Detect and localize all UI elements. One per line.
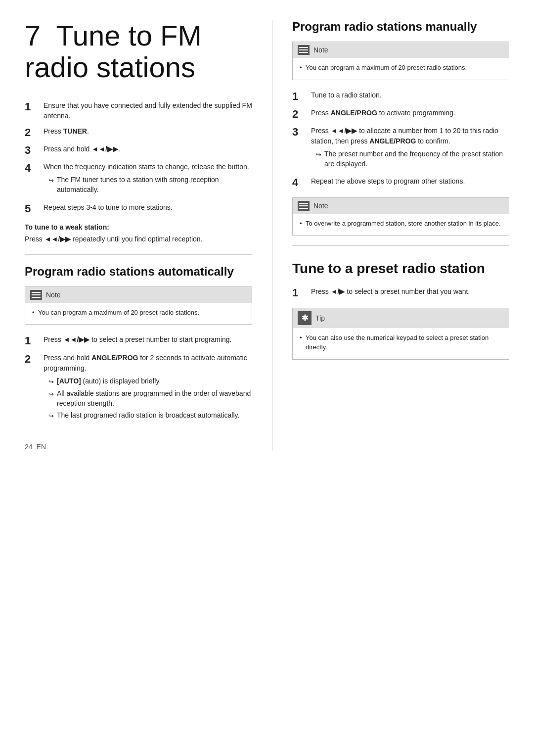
auto-note-body: You can program a maximum of 20 preset r… xyxy=(25,303,252,325)
manual-note-header-2: Note xyxy=(293,198,509,214)
tip-body: You can also use the numerical keypad to… xyxy=(293,328,509,359)
note-icon-manual-2 xyxy=(298,201,310,211)
preset-section-title: Tune to a preset radio station xyxy=(292,261,509,277)
tip-box: ✱ Tip You can also use the numerical key… xyxy=(292,308,509,360)
tip-header: ✱ Tip xyxy=(293,308,509,328)
tune-steps-list: 1 Ensure that you have connected and ful… xyxy=(25,100,252,215)
manual-note-box-2: Note To overwrite a programmed station, … xyxy=(292,197,509,236)
weak-station-label: To tune to a weak station: xyxy=(25,223,252,231)
left-column: 7 Tune to FM radio stations 1 Ensure tha… xyxy=(25,20,252,451)
auto-note-box: Note You can program a maximum of 20 pre… xyxy=(25,286,252,325)
tune-step-3: 3 Press and hold ◄◄/▶▶. xyxy=(25,144,252,157)
manual-step-3: 3 Press ◄◄/▶▶ to allocate a number from … xyxy=(292,126,509,171)
tune-step-1: 1 Ensure that you have connected and ful… xyxy=(25,100,252,121)
sub-bullet-item: ↪ The FM tuner tunes to a station with s… xyxy=(44,175,252,194)
page-number: 24 xyxy=(25,443,33,451)
manual-step-4: 4 Repeat the above steps to program othe… xyxy=(292,176,509,189)
manual-step-3-bullets: ↪ The preset number and the frequency of… xyxy=(311,149,509,169)
tip-icon: ✱ xyxy=(298,311,312,325)
preset-steps-list: 1 Press ◄/▶ to select a preset number th… xyxy=(292,286,509,299)
manual-note-bullet-2: To overwrite a programmed station, store… xyxy=(300,219,502,229)
sub-bullet-auto-2: ↪ All available stations are programmed … xyxy=(44,389,252,408)
tune-step-2: 2 Press TUNER. xyxy=(25,126,252,139)
auto-step-1: 1 Press ◄◄/▶▶ to select a preset number … xyxy=(25,334,252,347)
auto-note-bullet: You can program a maximum of 20 preset r… xyxy=(32,308,245,318)
manual-note-body-2: To overwrite a programmed station, store… xyxy=(293,214,509,236)
manual-step-1: 1 Tune to a radio station. xyxy=(292,90,509,103)
main-title: 7 Tune to FM radio stations xyxy=(25,20,252,83)
sub-bullet-auto-3: ↪ The last programed radio station is br… xyxy=(44,411,252,421)
auto-step-2-bullets: ↪ [AUTO] (auto) is displayed briefly. ↪ … xyxy=(44,377,252,421)
weak-station-text: Press ◄◄/▶▶ repeatedly until you find op… xyxy=(25,234,252,244)
manual-note-body: You can program a maximum of 20 preset r… xyxy=(293,58,509,80)
sub-bullet-manual-1: ↪ The preset number and the frequency of… xyxy=(311,149,509,169)
tune-step-4-bullets: ↪ The FM tuner tunes to a station with s… xyxy=(44,175,252,194)
chapter-number: 7 xyxy=(25,19,41,51)
divider-right xyxy=(292,245,509,246)
tune-step-5: 5 Repeat steps 3-4 to tune to more stati… xyxy=(25,202,252,215)
auto-steps-list: 1 Press ◄◄/▶▶ to select a preset number … xyxy=(25,334,252,423)
manual-step-2: 2 Press ANGLE/PROG to activate programmi… xyxy=(292,108,509,121)
auto-section-title: Program radio stations automatically xyxy=(25,265,252,279)
page-footer: 24 EN xyxy=(25,443,252,451)
note-icon-manual xyxy=(298,45,310,55)
tip-bullet: You can also use the numerical keypad to… xyxy=(300,333,502,352)
divider xyxy=(25,254,252,255)
auto-step-2: 2 Press and hold ANGLE/PROG for 2 second… xyxy=(25,353,252,424)
main-title-text: Tune to FM radio stations xyxy=(25,19,202,83)
manual-note-box: Note You can program a maximum of 20 pre… xyxy=(292,42,509,80)
manual-note-header: Note xyxy=(293,42,509,58)
auto-note-header: Note xyxy=(25,287,252,303)
manual-steps-list: 1 Tune to a radio station. 2 Press ANGLE… xyxy=(292,90,509,189)
page-lang: EN xyxy=(37,443,46,451)
manual-note-bullet: You can program a maximum of 20 preset r… xyxy=(300,63,502,73)
manual-section-title: Program radio stations manually xyxy=(292,20,509,34)
sub-bullet-auto-1: ↪ [AUTO] (auto) is displayed briefly. xyxy=(44,377,252,386)
note-icon xyxy=(30,290,42,300)
preset-step-1: 1 Press ◄/▶ to select a preset number th… xyxy=(292,286,509,299)
right-column: Program radio stations manually Note You… xyxy=(272,20,509,451)
tune-step-4: 4 When the frequency indication starts t… xyxy=(25,162,252,197)
